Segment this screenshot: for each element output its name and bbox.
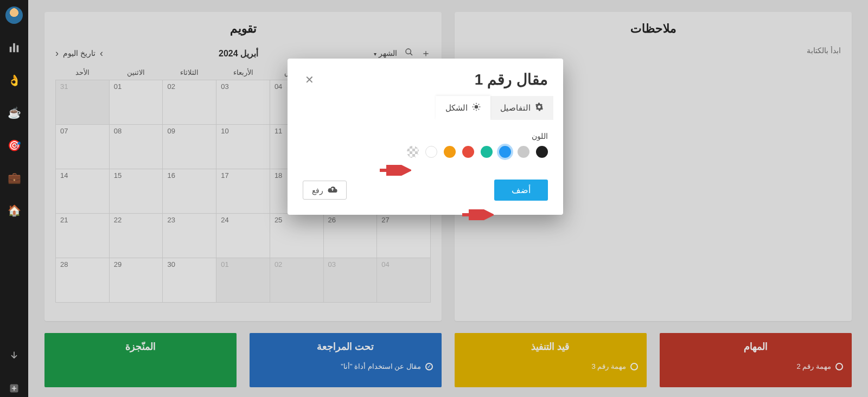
- add-button[interactable]: أضف: [494, 180, 548, 201]
- tab-details[interactable]: التفاصيل: [490, 96, 553, 120]
- color-swatch-white[interactable]: [425, 146, 437, 158]
- sidebar-target-icon[interactable]: 🎯: [5, 137, 23, 154]
- svg-rect-0: [10, 47, 12, 52]
- sidebar-dashboard-icon[interactable]: [5, 39, 23, 56]
- color-swatch-black[interactable]: [536, 146, 548, 158]
- sidebar-ok-icon[interactable]: 👌: [5, 72, 23, 89]
- upload-button[interactable]: رفع: [303, 181, 347, 200]
- brightness-icon: [472, 103, 481, 113]
- color-swatch-orange[interactable]: [444, 146, 456, 158]
- sidebar-home-icon[interactable]: 🏠: [5, 202, 23, 219]
- tab-shape[interactable]: الشكل: [436, 96, 490, 120]
- color-swatch-red[interactable]: [462, 146, 474, 158]
- edit-modal: مقال رقم 1 ✕ التفاصيل الشكل اللون أضف: [288, 59, 563, 215]
- modal-close-button[interactable]: ✕: [303, 71, 316, 88]
- svg-rect-2: [17, 45, 19, 52]
- gear-icon: [535, 103, 544, 113]
- color-swatch-grey[interactable]: [518, 146, 529, 158]
- sidebar-add-icon[interactable]: [5, 380, 23, 397]
- avatar[interactable]: [5, 7, 23, 24]
- cloud-upload-icon: [328, 185, 337, 195]
- color-label: اللون: [303, 132, 548, 140]
- color-swatch-blue[interactable]: [499, 146, 511, 158]
- app-sidebar: 👌 ☕ 🎯 💼 🏠: [0, 0, 28, 397]
- color-swatch-teal[interactable]: [481, 146, 493, 158]
- svg-point-5: [475, 105, 478, 109]
- color-swatch-transparent[interactable]: [407, 146, 419, 158]
- annotation-arrow-1: [379, 165, 411, 176]
- color-row: [303, 146, 548, 158]
- modal-title: مقال رقم 1: [475, 71, 548, 88]
- sidebar-download-icon[interactable]: [5, 347, 23, 364]
- svg-rect-1: [13, 43, 15, 53]
- sidebar-briefcase-icon[interactable]: 💼: [5, 169, 23, 187]
- sidebar-coffee-icon[interactable]: ☕: [5, 104, 23, 121]
